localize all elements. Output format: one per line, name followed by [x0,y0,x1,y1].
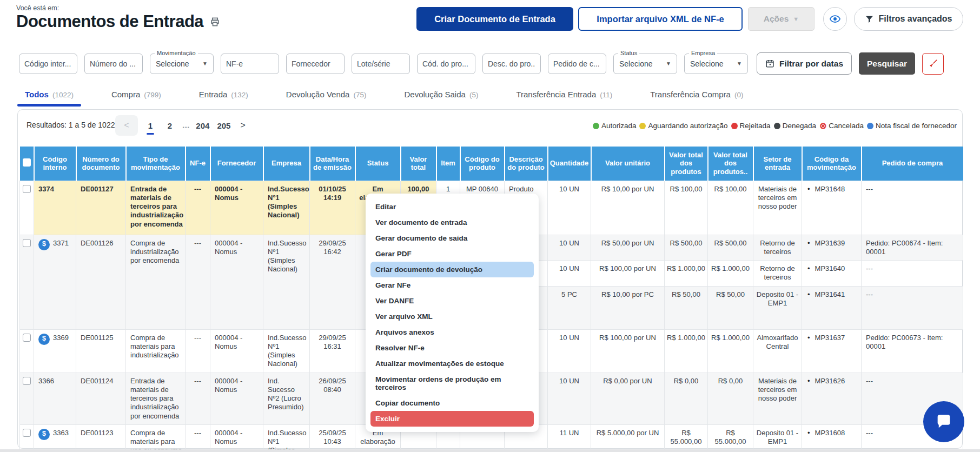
import-xml-button[interactable]: Importar arquivo XML de NF-e [578,7,743,31]
pagination-page-205[interactable]: 205 [216,117,231,135]
cell-fornecedor: 000004 - Nomus [210,181,263,235]
tab-todos[interactable]: Todos(1022) [25,90,74,107]
menu-item-excluir[interactable]: Excluir [370,411,534,427]
tab-transfer-ncia-compra[interactable]: Transferência Compra(0) [650,90,743,107]
cell-tipo-movimentacao: Compra de materiais para industrializaçã… [126,329,186,373]
cell-quantidade: 10 UN [548,261,591,287]
row-checkbox[interactable] [23,377,31,385]
pagination-page-2[interactable]: 2 [163,117,177,135]
column-header-tipo-de-movimenta-o: Tipo de movimentação [126,147,186,181]
pagination-page-1[interactable]: 1 [143,117,157,135]
cell-valor-total-produtos: R$ 500,00 [665,235,708,261]
cell-codigo-interno: $3363 [34,424,76,452]
cell-valor-unitario: R$ 100,00 por UN [591,261,665,287]
menu-item-gerar-pdf[interactable]: Gerar PDF [366,246,539,262]
column-header-setor-de-entrada: Setor de entrada [753,147,802,181]
page-title: Documentos de Entrada [16,12,203,31]
tab-devolu-o-saida[interactable]: Devolução Saida(5) [404,90,478,107]
search-button[interactable]: Pesquisar [859,52,915,75]
legend-label: Rejeitada [740,122,771,130]
filter-select-empresa[interactable]: EmpresaSelecione▼ [684,54,748,74]
tab-compra[interactable]: Compra(799) [111,90,161,107]
filter-input-pedido-de-c[interactable] [548,54,606,74]
header-select-all[interactable] [20,147,34,181]
brush-icon [928,58,938,69]
cell-empresa: Ind.Sucesso Nº1 (Simples Nacional) [263,329,310,373]
cell-empresa: Ind.Sucesso Nº1 (Simples Nacional) [263,424,310,452]
menu-item-editar[interactable]: Editar [366,199,539,215]
tab-count: (11) [600,91,612,99]
cell-data-hora: 01/10/2514:19 [310,181,355,235]
row-context-menu: EditarVer documento de entradaGerar docu… [366,194,539,432]
pagination-prev-button[interactable]: < [115,115,138,136]
column-header-valor-total-dos-produtos: Valor total dos produtos [665,147,708,181]
advanced-filters-label: Filtros avançados [878,14,952,24]
row-checkbox[interactable] [23,239,31,247]
emission-time: 16:42 [312,248,353,256]
select-all-checkbox[interactable] [23,158,31,167]
chat-widget-button[interactable] [923,401,964,442]
create-entry-document-button[interactable]: Criar Documento de Entrada [416,7,573,31]
tab-entrada[interactable]: Entrada(132) [199,90,248,107]
status-dot-icon [731,123,738,129]
filter-input-nf-e[interactable] [221,54,279,74]
filter-input-fornecedor[interactable] [286,54,345,74]
menu-item-copiar-documento[interactable]: Copiar documento [366,395,539,411]
cell-valor-total-produtos-2: R$ 500,00 [708,235,753,261]
filter-select-movimenta-o[interactable]: MovimentaçãoSelecione▼ [150,54,214,74]
breadcrumb: Você está em: [16,4,59,12]
clear-filters-button[interactable] [922,53,944,75]
advanced-filters-button[interactable]: Filtros avançados [854,7,963,31]
cell-codigo-interno: 3366 [34,373,76,424]
filter-input-c-digo-inter[interactable] [19,54,77,74]
tab-devolu-o-venda[interactable]: Devolução Venda(75) [286,90,367,107]
filter-input-desc-do-pro[interactable] [482,54,541,74]
cell-setor-entrada: Materiais de terceiros em nosso poder [753,181,802,235]
filter-input-lote-s-rie[interactable] [352,54,410,74]
cell-empresa: Ind. Sucesso Nº2 (Lucro Presumido) [263,373,310,424]
row-checkbox[interactable] [23,429,31,437]
pagination-page-204[interactable]: 204 [195,117,210,135]
column-header-nf-e: NF-e [186,147,210,181]
filter-by-dates-button[interactable]: Filtrar por datas [757,52,852,75]
menu-item-gerar-nfe[interactable]: Gerar NFe [366,277,539,293]
menu-item-movimentar-ordens-de-produ-o-em-terceiros[interactable]: Movimentar ordens de produção em terceir… [366,371,539,395]
bullet-icon: • [807,185,810,194]
filter-select-status[interactable]: StatusSelecione▼ [613,54,677,74]
legend-item-aguardando-autoriza-o: Aguardando autorização [639,122,727,130]
cell-setor-entrada: Retorno de terceiros [753,261,802,287]
filter-select-label: Status [618,50,639,56]
menu-item-arquivos-anexos[interactable]: Arquivos anexos [366,324,539,340]
print-icon[interactable] [210,17,220,27]
cell-setor-entrada: Almoxarifado Central [753,329,802,373]
menu-item-gerar-documento-de-sa-da[interactable]: Gerar documento de saída [366,230,539,246]
cancelled-icon: ⊗ [819,123,826,129]
tab-transfer-ncia-entrada[interactable]: Transferência Entrada(11) [516,90,612,107]
cell-valor-total-produtos-2: R$ 50,00 [708,286,753,329]
row-checkbox[interactable] [23,185,31,193]
row-checkbox[interactable] [23,334,31,342]
filter-input-n-mero-do[interactable] [84,54,143,74]
actions-dropdown-button[interactable]: Ações ▼ [748,7,815,31]
filter-select-label: Empresa [689,50,717,56]
tab-label: Transferência Compra [650,90,731,99]
column-header-descri-o-do-produto: Descrição do produto [505,147,548,181]
menu-item-ver-documento-de-entrada[interactable]: Ver documento de entrada [366,215,539,230]
cell-codigo-interno: 3374 [34,181,76,235]
menu-item-ver-danfe[interactable]: Ver DANFE [366,293,539,309]
menu-item-criar-documento-de-devolu-o[interactable]: Criar documento de devolução [370,262,534,277]
menu-item-ver-arquivo-xml[interactable]: Ver arquivo XML [366,309,539,324]
codigo-movimentacao-value: MP31648 [815,185,845,194]
legend-item-nota-fiscal-de-fornecedor: Nota fiscal de fornecedor [867,122,957,130]
cell-fornecedor: 000004 - Nomus [210,329,263,373]
filter-input-c-d-do-pro[interactable] [417,54,475,74]
menu-item-resolver-nf-e[interactable]: Resolver NF-e [366,340,539,356]
codigo-interno-value: 3371 [53,239,69,248]
visibility-toggle-button[interactable] [823,7,847,31]
emission-time: 10:43 [312,437,353,446]
legend-label: Nota fiscal de fornecedor [876,122,957,130]
pagination-next-button[interactable]: > [237,120,248,131]
menu-item-atualizar-movimenta-es-de-estoque[interactable]: Atualizar movimentações de estoque [366,356,539,371]
cell-pedido-compra: --- [862,286,963,329]
cell-valor-unitario: R$ 5.000,00 por UN [591,424,665,452]
